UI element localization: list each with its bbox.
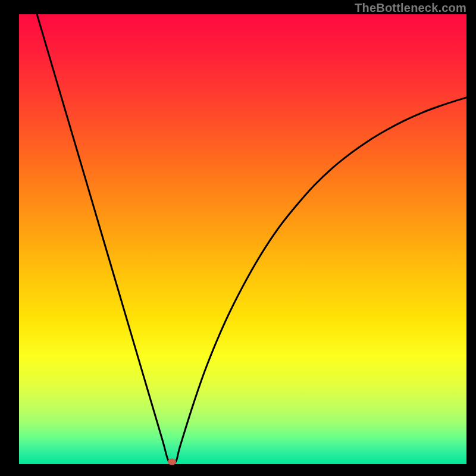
bottleneck-curve (37, 14, 466, 465)
curve-svg (19, 14, 466, 464)
minimum-marker (168, 459, 176, 465)
watermark-text: TheBottleneck.com (355, 1, 466, 15)
chart-frame: TheBottleneck.com (0, 0, 476, 476)
plot-area (19, 14, 466, 464)
